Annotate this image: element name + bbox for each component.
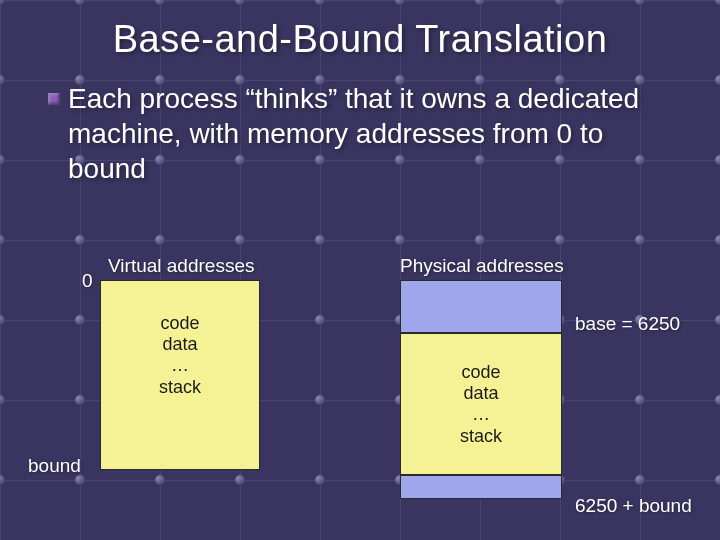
physical-base-label: base = 6250 xyxy=(575,313,680,335)
bullet-text: Each process “thinks” that it owns a ded… xyxy=(68,81,672,186)
physical-line-data: data xyxy=(463,383,498,404)
virtual-bound-label: bound xyxy=(28,455,81,477)
physical-line-ellipsis: … xyxy=(472,404,490,425)
virtual-zero-label: 0 xyxy=(82,270,93,292)
physical-box: code data … stack xyxy=(400,333,562,475)
bullet-icon xyxy=(48,93,60,105)
virtual-heading: Virtual addresses xyxy=(108,255,254,277)
bullet-item: Each process “thinks” that it owns a ded… xyxy=(48,81,672,186)
physical-line-code: code xyxy=(461,362,500,383)
physical-end-label: 6250 + bound xyxy=(575,495,692,517)
slide-title: Base-and-Bound Translation xyxy=(42,18,678,61)
physical-gap-bottom xyxy=(400,475,562,499)
virtual-line-code: code xyxy=(160,313,199,334)
virtual-line-data: data xyxy=(162,334,197,355)
virtual-line-ellipsis: … xyxy=(171,355,189,376)
physical-line-stack: stack xyxy=(460,426,502,447)
virtual-line-stack: stack xyxy=(159,377,201,398)
physical-gap-top xyxy=(400,280,562,333)
physical-heading: Physical addresses xyxy=(400,255,564,277)
diagram-area: Virtual addresses 0 code data … stack bo… xyxy=(0,255,720,540)
virtual-box: code data … stack xyxy=(100,280,260,470)
